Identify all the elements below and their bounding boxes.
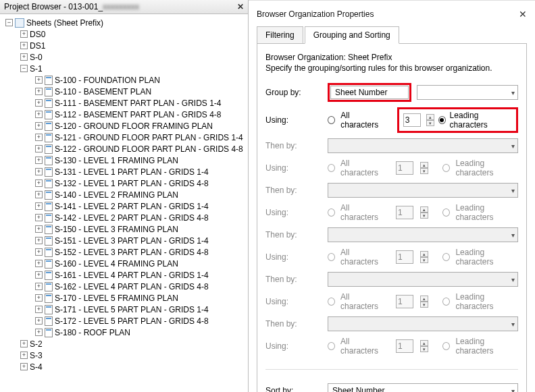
tree-group[interactable]: S-2 (30, 339, 43, 349)
tab-grouping-and-sorting[interactable]: Grouping and Sorting (305, 26, 399, 44)
label-all-characters: All characters (340, 248, 385, 267)
expander-icon[interactable]: + (35, 237, 43, 244)
expander-icon[interactable]: + (35, 134, 43, 141)
tree-group[interactable]: S-0 (30, 53, 43, 62)
expander-icon[interactable]: + (35, 191, 43, 198)
input-leading-count: 1 (396, 295, 413, 308)
label-leading-characters: Leading characters (455, 292, 518, 311)
expander-icon[interactable]: + (35, 225, 43, 233)
label-leading-characters: Leading characters (455, 203, 518, 222)
select-then-by: ▾ (328, 183, 518, 198)
expander-icon[interactable]: + (35, 294, 43, 302)
expander-icon[interactable]: + (35, 283, 43, 290)
tree-sheet[interactable]: S-151 - LEVEL 3 PART PLAN - GRIDS 1-4 (55, 236, 209, 246)
tree-sheet[interactable]: S-121 - GROUND FLOOR PART PLAN - GRIDS 1… (55, 133, 243, 142)
tree-group[interactable]: S-4 (30, 362, 43, 372)
expander-icon[interactable]: + (35, 306, 43, 313)
tree-sheet[interactable]: S-111 - BASEMENT PART PLAN - GRIDS 1-4 (55, 99, 222, 108)
radio-all-characters[interactable] (328, 116, 335, 124)
tree-sheet[interactable]: S-112 - BASEMENT PART PLAN - GRIDS 4-8 (55, 110, 222, 119)
tree-sheet[interactable]: S-131 - LEVEL 1 PART PLAN - GRIDS 1-4 (55, 167, 209, 177)
select-group-by-full[interactable]: ▾ (417, 85, 518, 100)
chevron-down-icon: ▾ (511, 320, 515, 328)
sheets-icon (15, 18, 24, 28)
tree-sheet[interactable]: S-140 - LEVEL 2 FRAMING PLAN (55, 190, 178, 200)
input-leading-count: 1 (396, 250, 413, 264)
radio-all-characters (328, 208, 335, 217)
tree-group[interactable]: S-3 (30, 351, 43, 360)
tree-sheet[interactable]: S-161 - LEVEL 4 PART PLAN - GRIDS 1-4 (55, 271, 209, 280)
expander-icon[interactable]: + (35, 214, 43, 221)
stepper-leading-count: ▴▾ (420, 162, 428, 174)
expander-icon[interactable]: + (20, 30, 28, 38)
tab-filtering[interactable]: Filtering (257, 26, 303, 44)
tree-sheet[interactable]: S-132 - LEVEL 1 PART PLAN - GRIDS 4-8 (55, 179, 209, 188)
sheet-icon (45, 87, 53, 96)
tree-sheet[interactable]: S-162 - LEVEL 4 PART PLAN - GRIDS 4-8 (55, 282, 209, 291)
sheet-icon (45, 236, 53, 246)
label-leading-characters: Leading characters (455, 248, 518, 267)
expander-icon[interactable]: + (35, 157, 43, 164)
tree-sheet[interactable]: S-110 - BASEMENT PLAN (55, 87, 151, 96)
project-browser-panel: Project Browser - 013-001_xxxxxxxxx ✕ −S… (0, 0, 249, 392)
expander-icon[interactable]: + (20, 340, 28, 347)
sheet-icon (45, 144, 53, 154)
expander-icon[interactable]: + (35, 202, 43, 210)
expander-icon[interactable]: + (35, 260, 43, 267)
expander-icon[interactable]: + (35, 122, 43, 130)
radio-all-characters (328, 253, 335, 261)
expander-icon[interactable]: + (35, 248, 43, 256)
expander-icon[interactable]: + (35, 76, 43, 84)
tree-sheet[interactable]: S-152 - LEVEL 3 PART PLAN - GRIDS 4-8 (55, 248, 209, 257)
tree-group[interactable]: DS1 (30, 41, 45, 51)
project-browser-titlebar: Project Browser - 013-001_xxxxxxxxx ✕ (0, 0, 248, 14)
tree-sheet[interactable]: S-141 - LEVEL 2 PART PLAN - GRIDS 1-4 (55, 202, 209, 211)
sheet-icon (45, 305, 53, 314)
expander-icon[interactable]: + (35, 168, 43, 175)
expander-icon[interactable]: + (35, 329, 43, 336)
tree-sheet[interactable]: S-142 - LEVEL 2 PART PLAN - GRIDS 4-8 (55, 213, 209, 223)
tree-sheet[interactable]: S-122 - GROUND FLOOR PART PLAN - GRIDS 4… (55, 144, 243, 154)
stepper-leading-count[interactable]: ▴▾ (426, 114, 434, 126)
radio-leading-characters[interactable] (438, 116, 446, 124)
select-group-by[interactable]: Sheet Number (330, 86, 409, 99)
tree-sheet[interactable]: S-180 - ROOF PLAN (55, 328, 130, 337)
expander-icon[interactable]: + (35, 99, 43, 107)
stepper-leading-count: ▴▾ (420, 206, 428, 219)
expander-icon[interactable]: + (35, 317, 43, 325)
tree-group[interactable]: DS0 (30, 30, 45, 39)
tree-sheet[interactable]: S-100 - FOUNDATION PLAN (55, 76, 160, 85)
input-leading-count[interactable]: 3 (403, 113, 421, 127)
tree-group[interactable]: S-1 (30, 64, 43, 74)
select-sort-by[interactable]: Sheet Number ▾ (328, 383, 518, 392)
expander-icon[interactable]: + (35, 179, 43, 187)
expander-icon[interactable]: + (35, 111, 43, 118)
expander-icon[interactable]: + (35, 271, 43, 279)
expander-icon[interactable]: − (5, 19, 13, 26)
tree-sheet[interactable]: S-130 - LEVEL 1 FRAMING PLAN (55, 156, 178, 165)
tree-root[interactable]: Sheets (Sheet Prefix) (26, 18, 103, 28)
expander-icon[interactable]: + (20, 53, 28, 61)
expander-icon[interactable]: + (20, 42, 28, 49)
close-icon[interactable]: ✕ (237, 2, 244, 11)
expander-icon[interactable]: + (20, 352, 28, 359)
tree-sheet[interactable]: S-150 - LEVEL 3 FRAMING PLAN (55, 225, 178, 234)
tree-sheet[interactable]: S-172 - LEVEL 5 PART PLAN - GRIDS 4-8 (55, 316, 209, 326)
org-desc-text: Specify the grouping/sorting rules for t… (265, 63, 518, 74)
label-then-by: Then by: (265, 141, 324, 150)
label-leading-characters: Leading characters (455, 159, 518, 177)
tree-sheet[interactable]: S-170 - LEVEL 5 FRAMING PLAN (55, 293, 178, 303)
expander-icon[interactable]: + (35, 88, 43, 95)
expander-icon[interactable]: + (20, 363, 28, 370)
tree-sheet[interactable]: S-171 - LEVEL 5 PART PLAN - GRIDS 1-4 (55, 305, 209, 314)
tree-sheet[interactable]: S-120 - GROUND FLOOR FRAMING PLAN (55, 121, 213, 131)
expander-icon[interactable]: − (20, 65, 28, 72)
tree-sheet[interactable]: S-160 - LEVEL 4 FRAMING PLAN (55, 259, 178, 269)
sheet-icon (45, 190, 53, 200)
close-icon[interactable]: ✕ (519, 9, 527, 20)
expander-icon[interactable]: + (35, 145, 43, 152)
project-browser-tree[interactable]: −Sheets (Sheet Prefix)+DS0+DS1+S-0−S-1+S… (0, 14, 248, 392)
sheet-icon (45, 121, 53, 131)
chevron-down-icon: ▾ (511, 276, 515, 283)
radio-leading-characters (442, 164, 450, 172)
